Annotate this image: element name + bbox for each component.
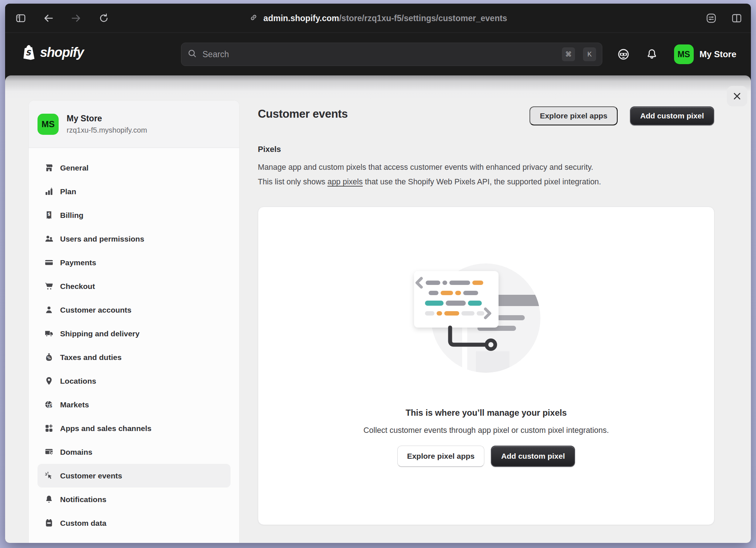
page-title: Customer events bbox=[258, 107, 348, 121]
markets-icon: $ bbox=[44, 400, 54, 410]
sidebar-item-plan[interactable]: Plan bbox=[38, 180, 231, 203]
apps-icon bbox=[44, 424, 54, 433]
store-card[interactable]: MS My Store rzq1xu-f5.myshopify.com bbox=[29, 101, 239, 148]
sidebar-item-label: Notifications bbox=[60, 495, 106, 504]
add-custom-pixel-button[interactable]: Add custom pixel bbox=[491, 446, 575, 467]
locations-icon bbox=[44, 376, 54, 386]
search-icon bbox=[187, 48, 197, 60]
sidebar-item-payments[interactable]: Payments bbox=[38, 251, 231, 274]
shopify-wordmark: shopify bbox=[40, 45, 84, 60]
url-path: /store/rzq1xu-f5/settings/customer_event… bbox=[339, 13, 507, 23]
custom-data-icon bbox=[44, 518, 54, 528]
checkout-icon bbox=[44, 282, 54, 291]
svg-text:$: $ bbox=[49, 403, 52, 408]
sidebar-item-label: Languages bbox=[60, 543, 101, 543]
explore-pixel-apps-button[interactable]: Explore pixel apps bbox=[529, 106, 618, 125]
header-store-name: My Store bbox=[700, 49, 736, 59]
add-custom-pixel-button[interactable]: Add custom pixel bbox=[630, 106, 714, 125]
taxes-icon: % bbox=[44, 353, 54, 362]
sidebar-item-shipping-and-delivery[interactable]: Shipping and delivery bbox=[38, 322, 231, 345]
sidebar-item-taxes-and-duties[interactable]: %Taxes and duties bbox=[38, 345, 231, 369]
sidebar-item-label: Markets bbox=[60, 400, 89, 409]
search-placeholder: Search bbox=[202, 50, 554, 59]
shopify-header: S shopify Search ⌘ K MS My Store bbox=[5, 33, 751, 75]
settings-dialog: MS My Store rzq1xu-f5.myshopify.com Gene… bbox=[5, 75, 751, 543]
billing-icon: $ bbox=[44, 211, 54, 220]
sidebar-item-languages[interactable]: ALanguages bbox=[38, 535, 231, 543]
sidebar-item-label: Custom data bbox=[60, 519, 106, 528]
settings-sidebar: MS My Store rzq1xu-f5.myshopify.com Gene… bbox=[28, 100, 240, 543]
sidebar-item-markets[interactable]: $Markets bbox=[38, 393, 231, 416]
shipping-icon bbox=[44, 329, 54, 338]
k-key-badge: K bbox=[583, 47, 596, 61]
store-name: My Store bbox=[67, 114, 147, 124]
sidebar-item-label: Locations bbox=[60, 377, 96, 385]
pixels-empty-card: This is where you’ll manage your pixels … bbox=[258, 207, 714, 525]
settings-nav: GeneralPlan$BillingUsers and permissions… bbox=[29, 148, 239, 543]
explore-pixel-apps-button[interactable]: Explore pixel apps bbox=[397, 446, 485, 467]
sidebar-item-label: Domains bbox=[60, 448, 92, 457]
sidebar-item-label: Billing bbox=[60, 211, 83, 220]
pixels-illustration bbox=[397, 258, 550, 378]
app-pixels-link[interactable]: app pixels bbox=[327, 177, 363, 186]
pixels-section-heading: Pixels bbox=[258, 145, 281, 154]
sidebar-item-general[interactable]: General bbox=[38, 156, 231, 180]
customer-events-icon bbox=[44, 471, 54, 481]
empty-state-body: Collect customer events through app pixe… bbox=[258, 426, 714, 435]
reload-icon[interactable] bbox=[98, 12, 110, 24]
sidebar-item-apps-and-sales-channels[interactable]: Apps and sales channels bbox=[38, 416, 231, 440]
sidebar-item-label: Payments bbox=[60, 258, 96, 267]
sidebar-item-label: Users and permissions bbox=[60, 235, 144, 243]
sidebar-toggle-icon[interactable] bbox=[15, 12, 27, 24]
sidebar-item-billing[interactable]: $Billing bbox=[38, 203, 231, 227]
link-icon bbox=[249, 13, 258, 24]
sidebar-item-checkout[interactable]: Checkout bbox=[38, 274, 231, 298]
sidebar-item-custom-data[interactable]: Custom data bbox=[38, 511, 231, 535]
sidebar-item-locations[interactable]: Locations bbox=[38, 369, 231, 393]
customer-accounts-icon bbox=[44, 305, 54, 315]
browser-window: admin.shopify.com/store/rzq1xu-f5/settin… bbox=[5, 4, 751, 543]
store-avatar: MS bbox=[38, 114, 59, 135]
store-icon bbox=[44, 163, 54, 173]
forward-icon[interactable] bbox=[70, 12, 82, 24]
plan-icon bbox=[44, 187, 54, 196]
svg-text:%: % bbox=[47, 356, 51, 360]
sidebar-item-customer-accounts[interactable]: Customer accounts bbox=[38, 298, 231, 322]
domains-icon bbox=[44, 447, 54, 457]
store-avatar: MS bbox=[674, 44, 694, 64]
sidebar-item-label: Customer accounts bbox=[60, 306, 131, 314]
site-settings-icon[interactable] bbox=[705, 12, 717, 24]
svg-text:$: $ bbox=[47, 212, 50, 217]
sidebar-item-users-and-permissions[interactable]: Users and permissions bbox=[38, 227, 231, 251]
close-button[interactable] bbox=[727, 86, 747, 106]
browser-toolbar: admin.shopify.com/store/rzq1xu-f5/settin… bbox=[5, 4, 751, 33]
sidebar-item-label: Checkout bbox=[60, 282, 95, 291]
sidebar-item-label: Taxes and duties bbox=[60, 353, 122, 362]
notifications-bell-icon[interactable] bbox=[646, 48, 658, 60]
address-bar[interactable]: admin.shopify.com/store/rzq1xu-f5/settin… bbox=[249, 4, 507, 33]
cmd-key-badge: ⌘ bbox=[562, 47, 575, 61]
split-view-icon[interactable] bbox=[731, 12, 743, 24]
search-input[interactable]: Search ⌘ K bbox=[181, 43, 602, 66]
assistant-icon[interactable] bbox=[617, 48, 630, 60]
notifications-icon bbox=[44, 495, 54, 504]
sidebar-item-notifications[interactable]: Notifications bbox=[38, 488, 231, 511]
back-icon[interactable] bbox=[42, 12, 55, 24]
url-host: admin.shopify.com bbox=[263, 13, 339, 23]
payments-icon bbox=[44, 258, 54, 267]
sidebar-item-label: Plan bbox=[60, 187, 76, 196]
sidebar-item-label: General bbox=[60, 164, 88, 172]
sidebar-item-label: Customer events bbox=[60, 471, 122, 480]
store-domain: rzq1xu-f5.myshopify.com bbox=[67, 126, 147, 134]
sidebar-item-domains[interactable]: Domains bbox=[38, 440, 231, 464]
sidebar-item-customer-events[interactable]: Customer events bbox=[38, 464, 231, 488]
shopify-logo[interactable]: S shopify bbox=[21, 43, 84, 62]
svg-text:S: S bbox=[25, 48, 31, 57]
languages-icon: A bbox=[44, 542, 54, 543]
sidebar-item-label: Shipping and delivery bbox=[60, 329, 139, 338]
users-icon bbox=[44, 234, 54, 244]
account-menu[interactable]: MS My Store bbox=[674, 44, 736, 64]
empty-state-heading: This is where you’ll manage your pixels bbox=[258, 408, 714, 418]
sidebar-item-label: Apps and sales channels bbox=[60, 424, 151, 433]
pixels-section-description: Manage app and custom pixels that access… bbox=[258, 160, 717, 189]
